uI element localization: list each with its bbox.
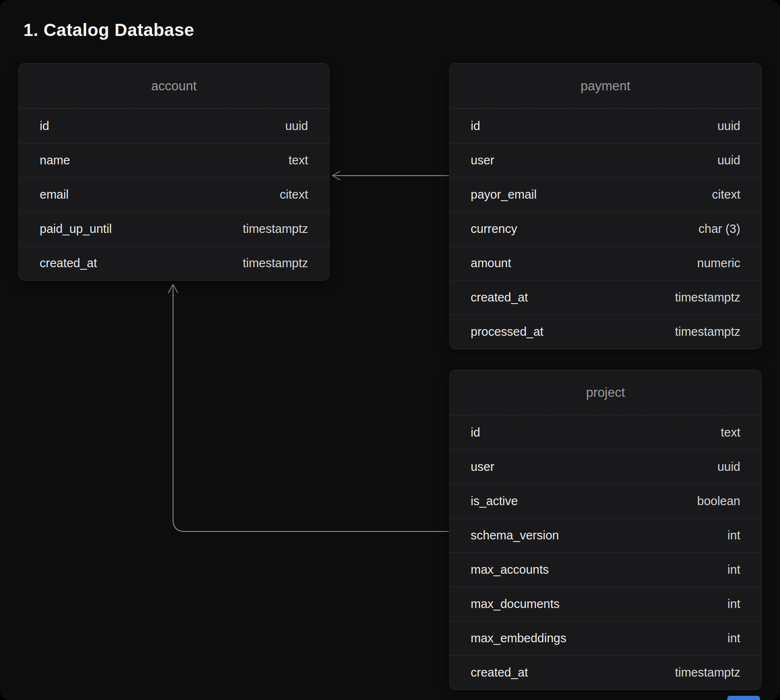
field-name: payor_email <box>471 188 537 202</box>
field-type: numeric <box>697 256 740 270</box>
field-name: is_active <box>471 494 518 508</box>
field-name: paid_up_until <box>40 222 112 236</box>
table-row: currencychar (3) <box>450 212 761 246</box>
table-row: processed_attimestamptz <box>450 314 761 349</box>
field-name: name <box>40 153 70 167</box>
table-row: created_attimestamptz <box>450 280 761 314</box>
table-row: payor_emailcitext <box>450 177 761 212</box>
field-name: max_embeddings <box>471 631 566 645</box>
field-type: timestamptz <box>243 222 308 236</box>
field-name: max_documents <box>471 597 560 611</box>
field-type: boolean <box>697 494 740 508</box>
field-type: int <box>727 529 740 542</box>
table-header: account <box>19 64 329 109</box>
field-type: uuid <box>717 460 740 474</box>
diagram-canvas: 1. Catalog Database account iduuidnamete… <box>0 0 780 700</box>
field-type: uuid <box>285 119 308 133</box>
field-name: user <box>471 153 494 167</box>
table-row: paid_up_untiltimestamptz <box>19 212 329 246</box>
table-title: project <box>586 385 625 400</box>
table-row: max_embeddingsint <box>450 621 761 655</box>
field-type: int <box>727 597 740 611</box>
table-row: iduuid <box>450 109 761 143</box>
table-title: account <box>151 79 197 94</box>
field-name: max_accounts <box>471 563 549 577</box>
table-row: nametext <box>19 143 329 177</box>
field-name: schema_version <box>471 529 559 542</box>
field-type: timestamptz <box>675 325 740 339</box>
field-type: timestamptz <box>675 291 740 304</box>
field-type: uuid <box>717 119 740 133</box>
field-name: created_at <box>40 256 97 270</box>
table-row: created_attimestamptz <box>450 655 761 690</box>
table-body: iduuiduseruuidpayor_emailcitextcurrencyc… <box>450 109 761 349</box>
field-name: amount <box>471 256 511 270</box>
table-row: useruuid <box>450 143 761 177</box>
arrowhead-up-icon <box>168 284 178 293</box>
table-header: payment <box>450 64 761 109</box>
field-name: email <box>40 188 69 202</box>
field-name: processed_at <box>471 325 543 339</box>
field-name: user <box>471 460 494 474</box>
table-row: amountnumeric <box>450 246 761 280</box>
field-name: currency <box>471 222 517 236</box>
table-row: max_accountsint <box>450 552 761 587</box>
field-type: citext <box>280 188 308 202</box>
table-header: project <box>450 370 761 415</box>
table-row: emailcitext <box>19 177 329 212</box>
arrowhead-left-icon <box>332 171 340 180</box>
table-row: max_documentsint <box>450 587 761 621</box>
field-type: text <box>721 426 740 439</box>
table-project[interactable]: project idtextuseruuidis_activebooleansc… <box>449 370 762 690</box>
field-type: text <box>288 153 308 167</box>
table-body: idtextuseruuidis_activebooleanschema_ver… <box>450 415 761 690</box>
table-row: idtext <box>450 415 761 450</box>
field-type: citext <box>712 188 740 202</box>
field-type: uuid <box>717 153 740 167</box>
field-type: int <box>727 631 740 645</box>
table-row: iduuid <box>19 109 329 143</box>
field-type: timestamptz <box>675 666 740 680</box>
field-name: created_at <box>471 666 528 680</box>
field-name: created_at <box>471 291 528 304</box>
field-name: id <box>471 426 480 439</box>
table-account[interactable]: account iduuidnametextemailcitextpaid_up… <box>18 63 329 281</box>
table-row: schema_versionint <box>450 518 761 552</box>
field-name: id <box>40 119 49 133</box>
page-title: 1. Catalog Database <box>23 20 194 40</box>
table-title: payment <box>581 79 630 94</box>
connector-payment-to-account <box>332 171 449 180</box>
field-name: id <box>471 119 480 133</box>
field-type: int <box>727 563 740 577</box>
table-payment[interactable]: payment iduuiduseruuidpayor_emailcitextc… <box>449 63 762 349</box>
table-row: is_activeboolean <box>450 484 761 518</box>
table-body: iduuidnametextemailcitextpaid_up_untilti… <box>19 109 329 280</box>
field-type: char (3) <box>698 222 740 236</box>
field-type: timestamptz <box>243 256 308 270</box>
connector-project-to-account <box>168 284 449 531</box>
table-row: useruuid <box>450 450 761 484</box>
scrollbar-thumb[interactable] <box>727 696 760 700</box>
table-row: created_attimestamptz <box>19 246 329 280</box>
